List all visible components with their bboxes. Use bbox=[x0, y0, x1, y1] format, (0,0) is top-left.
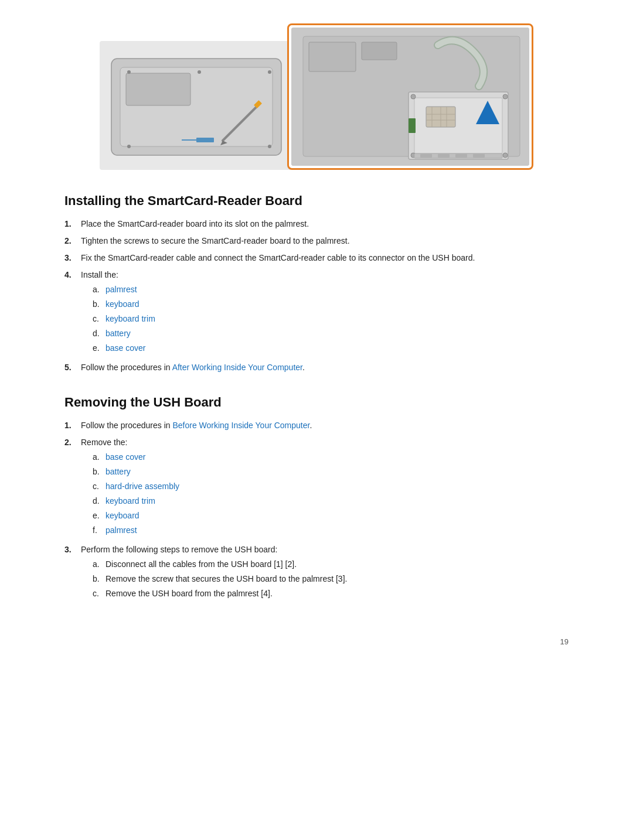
svg-point-27 bbox=[503, 94, 508, 99]
battery-link[interactable]: battery bbox=[106, 329, 131, 338]
removing-step-2: Remove the: base cover battery hard-driv… bbox=[64, 436, 569, 539]
installing-step-5-content: Follow the procedures in After Working I… bbox=[81, 361, 569, 374]
removing-steps-list: Follow the procedures in Before Working … bbox=[64, 419, 569, 602]
installing-heading: Installing the SmartCard-Reader Board bbox=[64, 193, 569, 209]
removing-step-1-content: Follow the procedures in Before Working … bbox=[81, 419, 569, 432]
install-item-base-cover-text: base cover bbox=[106, 342, 145, 354]
battery-link-remove[interactable]: battery bbox=[106, 467, 131, 476]
install-item-palmrest-text: palmrest bbox=[106, 284, 137, 296]
install-item-keyboard-text: keyboard bbox=[106, 298, 139, 310]
base-cover-link-remove[interactable]: base cover bbox=[106, 452, 145, 462]
svg-rect-2 bbox=[126, 73, 190, 105]
installing-step-4-text: Install the: bbox=[81, 270, 118, 279]
right-image-wrapper bbox=[287, 23, 533, 170]
removing-step-1-text: Follow the procedures in bbox=[81, 421, 172, 430]
palmrest-link-remove[interactable]: palmrest bbox=[106, 525, 137, 535]
install-item-battery-text: battery bbox=[106, 327, 131, 340]
svg-point-7 bbox=[198, 70, 201, 74]
installing-step-5-text: Follow the procedures in bbox=[81, 363, 172, 372]
installing-step-3: Fix the SmartCard-reader cable and conne… bbox=[64, 252, 569, 264]
install-item-keyboard-trim-text: keyboard trim bbox=[106, 313, 155, 325]
after-working-link[interactable]: After Working Inside Your Computer bbox=[172, 363, 302, 372]
install-item-base-cover: base cover bbox=[93, 342, 569, 354]
illustration-row bbox=[64, 23, 569, 170]
install-item-keyboard: keyboard bbox=[93, 298, 569, 310]
removing-step-2-text: Remove the: bbox=[81, 438, 127, 447]
removing-step-1: Follow the procedures in Before Working … bbox=[64, 419, 569, 432]
svg-point-5 bbox=[127, 145, 131, 148]
palmrest-link[interactable]: palmrest bbox=[106, 285, 137, 294]
svg-rect-30 bbox=[409, 118, 416, 133]
removing-step-2-content: Remove the: base cover battery hard-driv… bbox=[81, 436, 569, 539]
ush-step-b-text: Remove the screw that secures the USH bo… bbox=[106, 573, 347, 585]
svg-point-3 bbox=[127, 70, 131, 74]
removing-step-3-text: Perform the following steps to remove th… bbox=[81, 545, 277, 554]
remove-items-list: base cover battery hard-drive assembly k… bbox=[81, 451, 569, 537]
ush-step-a: Disconnect all the cables from the USH b… bbox=[93, 558, 569, 571]
keyboard-trim-link[interactable]: keyboard trim bbox=[106, 314, 155, 323]
svg-point-4 bbox=[268, 70, 271, 74]
installing-section: Installing the SmartCard-Reader Board Pl… bbox=[64, 193, 569, 374]
installing-step-1-text: Place the SmartCard-reader board into it… bbox=[81, 218, 569, 230]
before-working-link[interactable]: Before Working Inside Your Computer bbox=[172, 421, 309, 430]
removing-step-3: Perform the following steps to remove th… bbox=[64, 544, 569, 602]
removing-heading: Removing the USH Board bbox=[64, 395, 569, 410]
page-container: Installing the SmartCard-Reader Board Pl… bbox=[64, 0, 569, 681]
base-cover-link-install[interactable]: base cover bbox=[106, 343, 145, 353]
svg-point-29 bbox=[503, 153, 508, 158]
installing-step-3-text: Fix the SmartCard-reader cable and conne… bbox=[81, 252, 569, 264]
svg-point-6 bbox=[268, 145, 271, 148]
hard-drive-link[interactable]: hard-drive assembly bbox=[106, 482, 179, 491]
installing-step-4-content: Install the: palmrest keyboard keyboard … bbox=[81, 269, 569, 357]
svg-point-26 bbox=[411, 94, 416, 99]
remove-item-keyboard: keyboard bbox=[93, 510, 569, 522]
install-item-palmrest: palmrest bbox=[93, 284, 569, 296]
left-image bbox=[100, 41, 299, 170]
install-item-battery: battery bbox=[93, 327, 569, 340]
remove-item-base-cover: base cover bbox=[93, 451, 569, 463]
install-item-keyboard-trim: keyboard trim bbox=[93, 313, 569, 325]
ush-step-c: Remove the USH board from the palmrest [… bbox=[93, 588, 569, 600]
ush-step-b: Remove the screw that secures the USH bo… bbox=[93, 573, 569, 585]
removing-step-3-content: Perform the following steps to remove th… bbox=[81, 544, 569, 602]
svg-rect-15 bbox=[309, 42, 356, 71]
svg-rect-35 bbox=[473, 154, 485, 158]
remove-item-palmrest: palmrest bbox=[93, 524, 569, 537]
keyboard-trim-link-remove[interactable]: keyboard trim bbox=[106, 496, 155, 506]
svg-rect-11 bbox=[196, 138, 214, 142]
ush-steps-list: Disconnect all the cables from the USH b… bbox=[81, 558, 569, 600]
ush-step-c-text: Remove the USH board from the palmrest [… bbox=[106, 588, 273, 600]
installing-step-1: Place the SmartCard-reader board into it… bbox=[64, 218, 569, 230]
removing-section: Removing the USH Board Follow the proced… bbox=[64, 395, 569, 602]
ush-step-a-text: Disconnect all the cables from the USH b… bbox=[106, 558, 297, 571]
install-items-list: palmrest keyboard keyboard trim battery bbox=[81, 284, 569, 354]
page-number: 19 bbox=[64, 637, 569, 646]
keyboard-link[interactable]: keyboard bbox=[106, 299, 139, 309]
installing-step-5: Follow the procedures in After Working I… bbox=[64, 361, 569, 374]
svg-rect-34 bbox=[455, 154, 467, 158]
svg-rect-33 bbox=[438, 154, 450, 158]
installing-step-2-text: Tighten the screws to secure the SmartCa… bbox=[81, 235, 569, 247]
installing-step-2: Tighten the screws to secure the SmartCa… bbox=[64, 235, 569, 247]
remove-item-keyboard-trim: keyboard trim bbox=[93, 495, 569, 507]
remove-item-hard-drive: hard-drive assembly bbox=[93, 480, 569, 493]
installing-steps-list: Place the SmartCard-reader board into it… bbox=[64, 218, 569, 374]
remove-item-battery: battery bbox=[93, 466, 569, 478]
svg-rect-32 bbox=[420, 154, 432, 158]
svg-rect-16 bbox=[362, 42, 397, 60]
keyboard-link-remove[interactable]: keyboard bbox=[106, 511, 139, 520]
installing-step-4: Install the: palmrest keyboard keyboard … bbox=[64, 269, 569, 357]
right-image bbox=[291, 28, 529, 166]
